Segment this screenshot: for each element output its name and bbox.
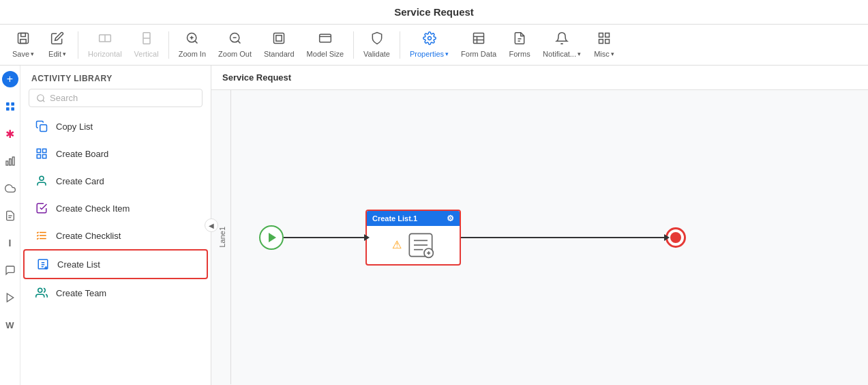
sidebar-item-label: Create Check Item [56,203,130,214]
svg-rect-44 [43,155,46,158]
toolbar: Save ▾ Edit ▾ Horizontal [0,25,868,66]
svg-point-18 [428,37,431,40]
task-node-title: Create List.1 [372,214,417,223]
copy-list-icon [34,119,49,134]
svg-rect-43 [43,149,46,152]
misc-button[interactable]: Misc ▾ [588,29,620,61]
chart-icon[interactable] [2,153,18,169]
form-data-icon [472,31,485,48]
edit-button[interactable]: Edit ▾ [41,29,74,61]
forms-button[interactable]: Forms [503,29,536,61]
model-size-icon [318,31,332,48]
main-layout: + ✱ [0,66,868,385]
chat-icon[interactable] [2,262,18,279]
activity-sidebar: ACTIVITY LIBRARY Search [20,66,211,385]
sidebar-item-create-card[interactable]: Create Card [23,167,208,195]
create-checklist-icon [34,228,49,243]
toolbar-divider-2 [168,31,169,59]
start-node[interactable] [259,225,284,250]
sidebar-item-create-team[interactable]: Create Team [23,279,208,306]
sidebar-item-create-checklist[interactable]: Create Checklist [23,222,208,249]
task-node-header: Create List.1 ⚙ [367,211,460,226]
left-icon-bar: + ✱ [0,66,20,385]
svg-rect-19 [474,33,484,44]
toolbar-divider-1 [78,31,78,59]
slack-icon[interactable]: ✱ [2,126,18,142]
horizontal-button: Horizontal [83,29,128,61]
forms-icon [513,31,526,48]
search-placeholder: Search [50,93,78,103]
canvas-content: Lane1 Create List.1 ⚙ [211,90,868,384]
zoom-out-icon [228,31,242,48]
canvas-area: Service Request Lane1 Create List.1 [211,66,868,385]
vertical-button: Vertical [129,29,164,61]
workflow-container: Create List.1 ⚙ ⚠ [239,90,868,384]
zoom-in-button[interactable]: Zoom In [173,29,211,61]
model-size-button[interactable]: Model Size [301,29,349,61]
bold-i-icon[interactable]: I [2,235,18,251]
add-button[interactable]: + [2,71,18,87]
end-node-inner [670,232,681,243]
svg-rect-31 [6,107,10,111]
misc-icon [597,31,611,48]
svg-rect-14 [274,33,284,44]
standard-button[interactable]: Standard [258,29,300,61]
video-icon[interactable] [2,289,18,306]
svg-rect-26 [605,33,610,38]
svg-rect-2 [20,40,26,44]
cloud-icon[interactable] [2,180,18,197]
sidebar-item-label: Create Checklist [56,231,121,241]
vertical-icon [140,31,153,48]
svg-rect-32 [11,107,14,111]
notifications-button[interactable]: Notificat... ▾ [537,29,586,61]
task-node-list-icon [407,231,434,259]
validate-button[interactable]: Validate [358,29,395,61]
properties-button[interactable]: Properties ▾ [404,29,454,61]
svg-point-46 [40,176,44,180]
sidebar-wrapper: ACTIVITY LIBRARY Search [20,66,211,385]
zoom-out-button[interactable]: Zoom Out [213,29,257,61]
svg-rect-45 [37,155,40,158]
sidebar-item-label: Create List [57,259,100,270]
sidebar-item-label: Copy List [56,122,93,132]
properties-icon [423,31,436,48]
arrow-start-to-task [284,237,365,238]
validate-icon [370,31,384,48]
arrowhead-1 [364,234,370,241]
sidebar-item-create-check-item[interactable]: Create Check Item [23,195,208,222]
standard-icon [272,31,286,48]
sidebar-title: ACTIVITY LIBRARY [20,66,211,89]
svg-rect-28 [599,40,603,44]
grid-icon[interactable] [2,98,18,115]
sidebar-item-create-board[interactable]: Create Board [23,140,208,167]
collapse-sidebar-button[interactable]: ◀ [205,218,218,232]
svg-rect-16 [319,34,331,42]
svg-point-56 [38,288,42,292]
notification-icon [555,31,569,48]
task-gear-icon[interactable]: ⚙ [447,214,454,223]
form-data-button[interactable]: Form Data [455,29,502,61]
search-box[interactable]: Search [29,89,203,107]
task-node-body: ⚠ [367,226,460,264]
svg-rect-30 [11,102,14,106]
lane-label-container: Lane1 [215,90,229,384]
svg-rect-41 [40,125,47,132]
sidebar-item-label: Create Team [56,288,106,298]
edit-icon [50,31,64,48]
create-list-icon [35,257,50,272]
wordpress-icon[interactable]: W [2,317,18,333]
page-title: Service Request [394,6,474,18]
document-icon[interactable] [2,208,18,224]
sidebar-item-copy-list[interactable]: Copy List [23,113,208,140]
task-node[interactable]: Create List.1 ⚙ ⚠ [365,210,461,266]
lane-border [230,90,231,384]
svg-rect-0 [18,33,29,44]
svg-rect-1 [21,33,26,37]
svg-marker-38 [7,294,13,302]
svg-rect-25 [599,33,603,38]
sidebar-item-create-list[interactable]: Create List [23,249,208,279]
create-team-icon [34,285,49,300]
save-button[interactable]: Save ▾ [7,29,40,61]
create-board-icon [34,146,49,161]
svg-rect-42 [37,149,40,152]
